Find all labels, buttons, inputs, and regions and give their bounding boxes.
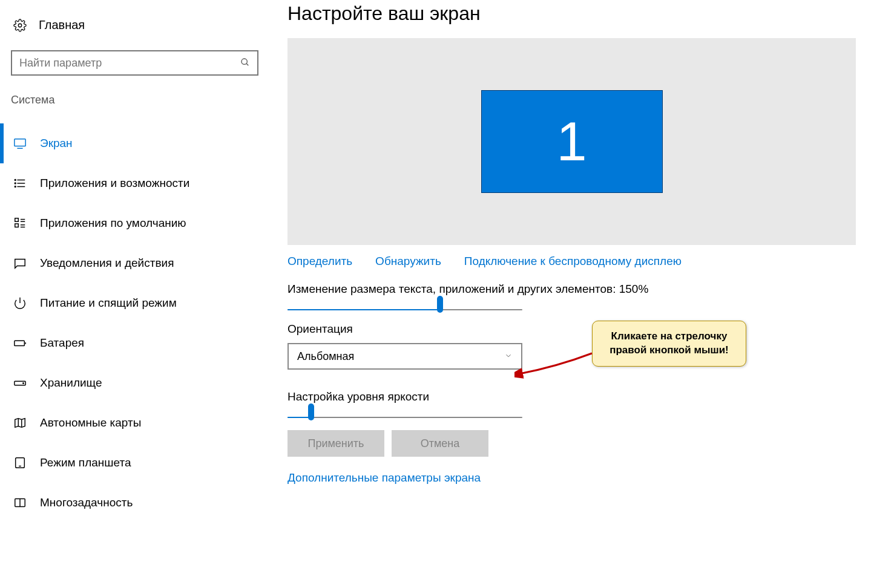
link-wireless[interactable]: Подключение к беспроводному дисплею xyxy=(464,255,682,268)
nav-item-label: Питание и спящий режим xyxy=(40,296,177,310)
sidebar-home-label: Главная xyxy=(39,18,85,32)
cancel-button[interactable]: Отмена xyxy=(392,430,488,457)
nav-list: Экран Приложения и возможности Приложени… xyxy=(0,123,269,523)
monitor-preview[interactable]: 1 xyxy=(288,38,856,245)
nav-item-label: Режим планшета xyxy=(40,456,131,469)
chevron-down-icon xyxy=(504,351,513,362)
svg-point-10 xyxy=(15,186,16,188)
storage-icon xyxy=(13,376,27,390)
svg-point-8 xyxy=(15,180,16,181)
link-identify[interactable]: Определить xyxy=(288,255,352,268)
multitasking-icon xyxy=(13,496,27,509)
nav-item-power-sleep[interactable]: Питание и спящий режим xyxy=(0,283,269,323)
nav-item-label: Автономные карты xyxy=(40,416,141,430)
callout-line1: Кликаете на стрелочку xyxy=(602,330,736,344)
svg-point-9 xyxy=(15,183,16,184)
svg-point-21 xyxy=(23,383,24,384)
sidebar-home[interactable]: Главная xyxy=(0,12,269,38)
slider-thumb[interactable] xyxy=(437,296,443,313)
sidebar-section-label: Система xyxy=(0,88,269,113)
action-buttons: Применить Отмена xyxy=(288,430,862,457)
nav-item-offline-maps[interactable]: Автономные карты xyxy=(0,403,269,443)
nav-item-label: Многозадачность xyxy=(40,496,133,509)
nav-item-apps-features[interactable]: Приложения и возможности xyxy=(0,163,269,203)
nav-item-label: Хранилище xyxy=(40,376,102,390)
orientation-label: Ориентация xyxy=(288,322,862,336)
nav-item-label: Приложения по умолчанию xyxy=(40,217,186,230)
svg-line-2 xyxy=(246,64,248,65)
apply-button[interactable]: Применить xyxy=(288,430,384,457)
scale-label: Изменение размера текста, приложений и д… xyxy=(288,283,862,296)
nav-item-tablet-mode[interactable]: Режим планшета xyxy=(0,443,269,483)
link-detect[interactable]: Обнаружить xyxy=(375,255,441,268)
search-input[interactable] xyxy=(19,57,240,70)
svg-rect-12 xyxy=(15,224,19,227)
map-icon xyxy=(13,416,27,430)
nav-item-multitasking[interactable]: Многозадачность xyxy=(0,483,269,523)
nav-item-default-apps[interactable]: Приложения по умолчанию xyxy=(0,203,269,243)
page-title: Настройте ваш экран xyxy=(288,2,862,25)
main-content: Настройте ваш экран 1 Определить Обнаруж… xyxy=(269,0,874,588)
notifications-icon xyxy=(13,256,27,270)
callout-line2: правой кнопкой мыши! xyxy=(602,344,736,358)
sidebar: Главная Система Экран Приложения и возмо… xyxy=(0,0,269,588)
default-apps-icon xyxy=(13,217,27,230)
svg-marker-22 xyxy=(15,419,25,428)
nav-item-battery[interactable]: Батарея xyxy=(0,323,269,363)
brightness-slider[interactable] xyxy=(288,411,522,412)
svg-point-1 xyxy=(242,59,247,64)
tablet-icon xyxy=(13,456,27,469)
display-icon xyxy=(13,137,27,150)
link-advanced-display[interactable]: Дополнительные параметры экрана xyxy=(288,471,862,485)
annotation-callout: Кликаете на стрелочку правой кнопкой мыш… xyxy=(592,321,746,367)
nav-item-label: Батарея xyxy=(40,336,84,350)
brightness-label: Настройка уровня яркости xyxy=(288,390,862,403)
svg-rect-11 xyxy=(15,218,19,222)
nav-item-notifications[interactable]: Уведомления и действия xyxy=(0,243,269,283)
svg-point-0 xyxy=(18,24,22,27)
battery-icon xyxy=(13,336,27,350)
nav-item-display[interactable]: Экран xyxy=(0,123,269,163)
list-icon xyxy=(13,177,27,190)
monitor-box-1[interactable]: 1 xyxy=(481,90,663,193)
gear-icon xyxy=(13,19,27,32)
slider-thumb[interactable] xyxy=(308,403,314,420)
monitor-number: 1 xyxy=(556,111,586,173)
power-icon xyxy=(13,296,27,310)
scale-slider[interactable] xyxy=(288,303,522,304)
nav-item-storage[interactable]: Хранилище xyxy=(0,363,269,403)
search-icon xyxy=(240,57,250,69)
nav-item-label: Приложения и возможности xyxy=(40,177,189,190)
svg-rect-18 xyxy=(15,341,25,345)
nav-item-label: Уведомления и действия xyxy=(40,256,174,270)
search-box[interactable] xyxy=(11,50,258,76)
orientation-dropdown[interactable]: Альбомная xyxy=(288,343,522,370)
nav-item-label: Экран xyxy=(40,137,73,150)
display-action-links: Определить Обнаружить Подключение к бесп… xyxy=(288,255,862,268)
orientation-value: Альбомная xyxy=(297,350,354,363)
svg-rect-3 xyxy=(15,139,25,146)
